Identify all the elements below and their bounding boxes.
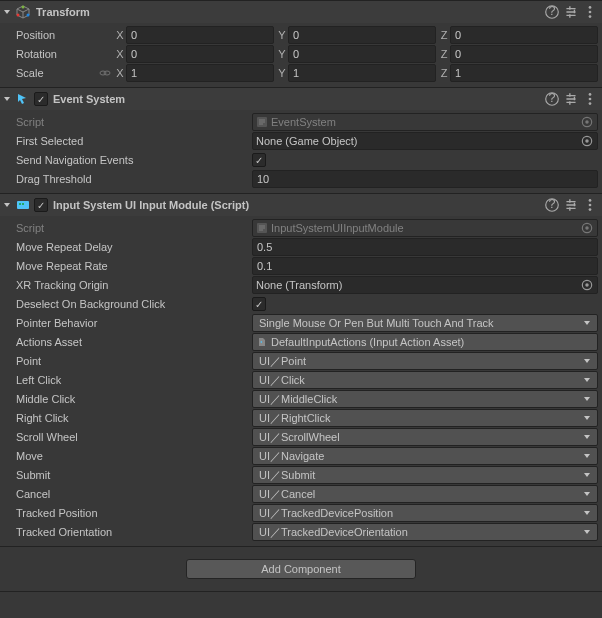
chevron-down-icon (583, 374, 591, 386)
move-dropdown[interactable]: UI／Navigate (252, 447, 598, 465)
move-repeat-delay-input[interactable] (252, 238, 598, 256)
svg-text:?: ? (549, 197, 556, 211)
script-field: EventSystem (252, 113, 598, 131)
script-field: InputSystemUIInputModule (252, 219, 598, 237)
svg-point-17 (585, 120, 589, 124)
script-label: Script (4, 222, 252, 234)
svg-point-7 (589, 15, 592, 18)
svg-point-12 (589, 93, 592, 96)
submit-dropdown[interactable]: UI／Submit (252, 466, 598, 484)
drag-threshold-input[interactable] (252, 170, 598, 188)
transform-component: Transform ? Position X Y Z Rotation X Y … (0, 0, 602, 87)
position-z-input[interactable] (450, 26, 598, 44)
svg-point-25 (589, 199, 592, 202)
deselect-checkbox[interactable] (252, 297, 266, 311)
transform-icon (15, 4, 31, 20)
presets-icon[interactable] (563, 4, 579, 20)
chevron-down-icon (583, 450, 591, 462)
event-system-icon (15, 91, 31, 107)
axis-z-label: Z (438, 48, 450, 60)
presets-icon[interactable] (563, 197, 579, 213)
rotation-z-input[interactable] (450, 45, 598, 63)
actions-asset-field[interactable]: DefaultInputActions (Input Action Asset) (252, 333, 598, 351)
svg-point-26 (589, 204, 592, 207)
tracked-pos-dropdown[interactable]: UI／TrackedDevicePosition (252, 504, 598, 522)
help-icon[interactable]: ? (544, 4, 560, 20)
scale-x-input[interactable] (126, 64, 274, 82)
svg-text:?: ? (549, 91, 556, 105)
svg-point-9 (104, 71, 110, 75)
scale-z-input[interactable] (450, 64, 598, 82)
position-label: Position (4, 29, 114, 41)
position-x-input[interactable] (126, 26, 274, 44)
script-icon (256, 222, 268, 234)
foldout-icon[interactable] (2, 7, 12, 17)
point-label: Point (4, 355, 252, 367)
object-picker-icon[interactable] (580, 278, 594, 292)
axis-y-label: Y (276, 29, 288, 41)
input-module-enable-checkbox[interactable] (34, 198, 48, 212)
help-icon[interactable]: ? (544, 91, 560, 107)
svg-text:?: ? (549, 4, 556, 18)
first-selected-field[interactable]: None (Game Object) (252, 132, 598, 150)
input-module-header: Input System UI Input Module (Script) ? (0, 194, 602, 216)
script-icon (256, 116, 268, 128)
actions-asset-label: Actions Asset (4, 336, 252, 348)
event-system-enable-checkbox[interactable] (34, 92, 48, 106)
chevron-down-icon (583, 317, 591, 329)
rotation-label: Rotation (4, 48, 114, 60)
right-click-dropdown[interactable]: UI／RightClick (252, 409, 598, 427)
foldout-icon[interactable] (2, 200, 12, 210)
right-click-label: Right Click (4, 412, 252, 424)
constrain-scale-icon[interactable] (98, 66, 112, 80)
menu-icon[interactable] (582, 197, 598, 213)
move-repeat-rate-label: Move Repeat Rate (4, 260, 252, 272)
pointer-behavior-dropdown[interactable]: Single Mouse Or Pen But Multi Touch And … (252, 314, 598, 332)
scale-y-input[interactable] (288, 64, 436, 82)
transform-header: Transform ? (0, 1, 602, 23)
help-icon[interactable]: ? (544, 197, 560, 213)
script-label: Script (4, 116, 252, 128)
svg-point-30 (585, 226, 589, 230)
xr-tracking-field[interactable]: None (Transform) (252, 276, 598, 294)
move-repeat-delay-label: Move Repeat Delay (4, 241, 252, 253)
tracked-ori-label: Tracked Orientation (4, 526, 252, 538)
send-nav-checkbox[interactable] (252, 153, 266, 167)
foldout-icon[interactable] (2, 94, 12, 104)
chevron-down-icon (583, 469, 591, 481)
point-dropdown[interactable]: UI／Point (252, 352, 598, 370)
submit-label: Submit (4, 469, 252, 481)
tracked-ori-dropdown[interactable]: UI／TrackedDeviceOrientation (252, 523, 598, 541)
presets-icon[interactable] (563, 91, 579, 107)
scroll-wheel-label: Scroll Wheel (4, 431, 252, 443)
axis-z-label: Z (438, 29, 450, 41)
axis-x-label: X (114, 48, 126, 60)
position-y-input[interactable] (288, 26, 436, 44)
middle-click-label: Middle Click (4, 393, 252, 405)
scroll-wheel-dropdown[interactable]: UI／ScrollWheel (252, 428, 598, 446)
middle-click-dropdown[interactable]: UI／MiddleClick (252, 390, 598, 408)
svg-point-0 (22, 6, 25, 9)
cancel-label: Cancel (4, 488, 252, 500)
svg-rect-21 (19, 203, 21, 205)
asset-icon (256, 336, 268, 348)
menu-icon[interactable] (582, 4, 598, 20)
send-nav-label: Send Navigation Events (4, 154, 252, 166)
rotation-x-input[interactable] (126, 45, 274, 63)
menu-icon[interactable] (582, 91, 598, 107)
svg-point-13 (589, 98, 592, 101)
left-click-dropdown[interactable]: UI／Click (252, 371, 598, 389)
drag-threshold-label: Drag Threshold (4, 173, 252, 185)
axis-x-label: X (114, 29, 126, 41)
object-picker-icon[interactable] (580, 115, 594, 129)
scale-label: Scale (16, 67, 98, 79)
axis-z-label: Z (438, 67, 450, 79)
cancel-dropdown[interactable]: UI／Cancel (252, 485, 598, 503)
move-repeat-rate-input[interactable] (252, 257, 598, 275)
rotation-y-input[interactable] (288, 45, 436, 63)
object-picker-icon[interactable] (580, 134, 594, 148)
object-picker-icon[interactable] (580, 221, 594, 235)
input-module-title: Input System UI Input Module (Script) (51, 199, 541, 211)
move-label: Move (4, 450, 252, 462)
add-component-button[interactable]: Add Component (186, 559, 416, 579)
